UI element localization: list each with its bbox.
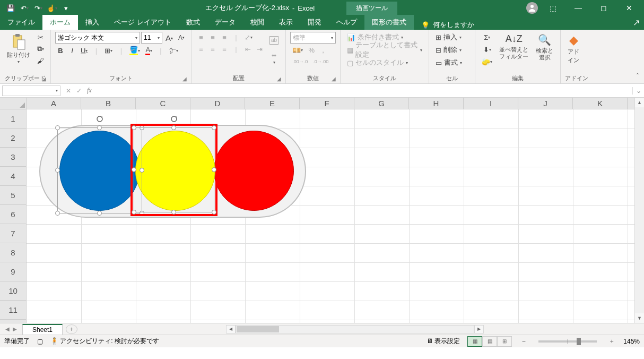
dialog-launcher-icon[interactable]: ◢	[42, 76, 46, 82]
column-header[interactable]: D	[190, 98, 245, 109]
zoom-out-button[interactable]: −	[519, 338, 528, 345]
row-header[interactable]: 5	[0, 186, 26, 205]
wrap-text-button[interactable]: ab	[267, 32, 281, 49]
tab-view[interactable]: 表示	[272, 15, 300, 30]
expand-formula-bar-button[interactable]: ⌄	[632, 87, 644, 95]
tab-formulas[interactable]: 数式	[179, 15, 207, 30]
column-header[interactable]: F	[300, 98, 354, 109]
percent-format-button[interactable]: %	[306, 45, 317, 55]
selection-box[interactable]	[134, 127, 214, 212]
copy-button[interactable]: ⧉▾	[35, 44, 46, 54]
bold-button[interactable]: B	[55, 45, 66, 56]
font-color-button[interactable]: A▾	[143, 45, 154, 56]
clear-button[interactable]: 🧽▾	[480, 56, 494, 67]
rotation-handle[interactable]	[170, 115, 178, 123]
rotation-handle[interactable]	[96, 115, 103, 123]
selection-box[interactable]	[57, 127, 142, 213]
comma-format-button[interactable]: ,	[318, 45, 328, 55]
fill-color-button[interactable]: 🪣▾	[127, 45, 142, 56]
sheet-tab[interactable]: Sheet1	[22, 324, 63, 335]
resize-handle[interactable]	[97, 211, 102, 216]
new-sheet-button[interactable]: +	[66, 324, 77, 334]
tab-insert[interactable]: 挿入	[78, 15, 107, 30]
font-size-combo[interactable]: 11▾	[141, 32, 162, 44]
column-header[interactable]: H	[409, 98, 464, 109]
number-format-combo[interactable]: 標準▾	[290, 32, 336, 44]
align-center-button[interactable]: ≡	[207, 44, 218, 54]
align-top-button[interactable]: ≡	[196, 32, 206, 42]
column-header[interactable]: G	[354, 98, 409, 109]
sheet-nav-next[interactable]: ▶	[13, 326, 17, 332]
row-header[interactable]: 1	[0, 109, 26, 129]
merge-center-button[interactable]: ⬌▾	[267, 50, 281, 67]
increase-decimal-button[interactable]: .00→.0	[290, 56, 310, 67]
resize-handle[interactable]	[171, 125, 176, 130]
insert-function-button[interactable]: fx	[87, 87, 92, 95]
format-cells-button[interactable]: ▭書式▾	[433, 57, 471, 68]
touch-mode-button[interactable]: ☝▾	[46, 2, 58, 14]
worksheet-grid[interactable]: A B C D E F G H I J K 1 2 3 4 5 6 7 8 9 …	[0, 98, 644, 323]
row-header[interactable]: 2	[0, 129, 26, 148]
align-middle-button[interactable]: ≡	[207, 32, 218, 42]
dialog-launcher-icon[interactable]: ◢	[277, 76, 281, 82]
column-header[interactable]: I	[464, 98, 518, 109]
orientation-button[interactable]: ⤢▾	[242, 32, 255, 42]
resize-handle[interactable]	[132, 210, 136, 215]
resize-handle[interactable]	[97, 125, 102, 130]
tab-shape-format[interactable]: 図形の書式	[364, 15, 414, 30]
resize-handle[interactable]	[55, 125, 60, 130]
accessibility-status[interactable]: 🧍 アクセシビリティ: 検討が必要です	[50, 337, 159, 346]
row-header[interactable]: 8	[0, 243, 26, 262]
tab-home[interactable]: ホーム	[42, 15, 78, 30]
resize-handle[interactable]	[132, 167, 136, 172]
horizontal-scrollbar[interactable]: ◀ ▶	[226, 325, 644, 334]
column-header[interactable]: A	[27, 98, 81, 109]
resize-handle[interactable]	[212, 125, 216, 130]
zoom-in-button[interactable]: +	[607, 338, 616, 345]
undo-button[interactable]: ↶▾	[18, 2, 31, 14]
row-header[interactable]: 11	[0, 301, 26, 320]
tab-review[interactable]: 校閲	[243, 15, 272, 30]
tab-help[interactable]: ヘルプ	[329, 15, 364, 30]
scroll-down-button[interactable]: ▼	[635, 313, 644, 323]
zoom-level-label[interactable]: 145%	[623, 338, 640, 345]
font-name-combo[interactable]: 游ゴシック 本文▾	[55, 32, 140, 44]
name-box[interactable]: ▾	[2, 86, 60, 96]
paste-button[interactable]: 貼り付け ▾	[4, 32, 33, 66]
tab-page-layout[interactable]: ページ レイアウト	[107, 15, 179, 30]
close-button[interactable]: ✕	[619, 1, 640, 15]
cut-button[interactable]: ✂	[35, 32, 46, 42]
resize-handle[interactable]	[132, 125, 136, 130]
resize-handle[interactable]	[212, 210, 216, 215]
sheet-nav-prev[interactable]: ◀	[5, 326, 10, 332]
fill-button[interactable]: ⬇▾	[480, 44, 494, 55]
display-settings-button[interactable]: 🖥 表示設定	[427, 337, 460, 346]
qat-customize-button[interactable]: ▾	[59, 2, 72, 14]
find-select-button[interactable]: 🔍 検索と 選択	[533, 32, 556, 63]
scroll-left-button[interactable]: ◀	[226, 325, 236, 334]
row-header[interactable]: 7	[0, 224, 26, 243]
insert-cells-button[interactable]: ⊞挿入▾	[433, 32, 471, 42]
shrink-font-button[interactable]: A▾	[176, 32, 187, 43]
resize-handle[interactable]	[55, 168, 60, 173]
increase-indent-button[interactable]: ⇥	[254, 44, 265, 54]
select-all-button[interactable]	[0, 98, 27, 109]
resize-handle[interactable]	[171, 210, 176, 215]
row-header[interactable]: 4	[0, 167, 26, 186]
italic-button[interactable]: I	[67, 45, 77, 56]
format-painter-button[interactable]: 🖌	[35, 55, 46, 66]
zoom-slider[interactable]	[538, 340, 597, 343]
tab-developer[interactable]: 開発	[300, 15, 329, 30]
ribbon-display-options-button[interactable]: ⬚	[542, 1, 563, 15]
cell-styles-button[interactable]: ▢セルのスタイル▾	[345, 57, 424, 68]
user-account-button[interactable]	[526, 2, 538, 14]
row-header[interactable]: 3	[0, 148, 26, 167]
page-layout-view-button[interactable]: ▤	[482, 336, 497, 347]
minimize-button[interactable]: —	[568, 1, 589, 15]
resize-handle[interactable]	[55, 211, 60, 216]
delete-cells-button[interactable]: ⊟削除▾	[433, 45, 471, 55]
addins-button[interactable]: ◆ アド イン	[565, 32, 582, 65]
collapse-ribbon-button[interactable]: ˆ	[637, 73, 639, 80]
sort-filter-button[interactable]: A↓Z 並べ替えと フィルター	[497, 32, 531, 62]
row-header[interactable]: 6	[0, 205, 26, 224]
